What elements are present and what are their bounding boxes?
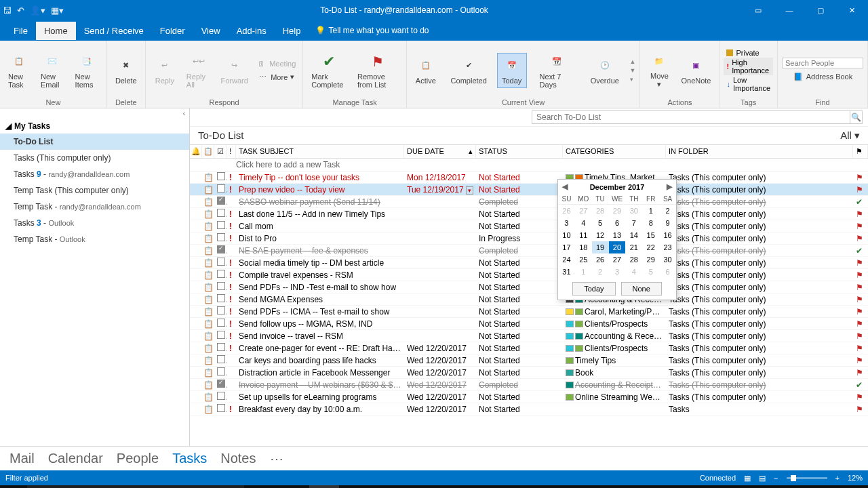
calendar-day[interactable]: 15 <box>642 229 659 241</box>
collapse-nav-icon[interactable]: ‹ <box>0 108 189 119</box>
flag-col-icon[interactable]: ⚑ <box>853 145 868 158</box>
task-flag-icon[interactable]: ⚑ <box>853 356 868 365</box>
nav-item[interactable]: Tasks 3 - Outlook <box>0 215 189 231</box>
nav-item[interactable]: To-Do List <box>0 134 189 150</box>
task-flag-icon[interactable]: ⚑ <box>853 319 868 329</box>
maximize-button[interactable]: ▢ <box>807 1 834 20</box>
calendar-day[interactable]: 9 <box>659 217 676 229</box>
onenote-button[interactable]: ▣OneNote <box>677 55 715 86</box>
task-flag-icon[interactable]: ✔ <box>853 197 868 207</box>
private-button[interactable]: Private <box>724 48 773 58</box>
datepicker-none-button[interactable]: None <box>621 282 662 296</box>
filter-all-button[interactable]: All ▾ <box>840 129 860 142</box>
nav-more-icon[interactable]: ⋯ <box>270 451 283 467</box>
taskbar-app2-icon[interactable]: ❄ <box>590 485 620 488</box>
calendar-day[interactable]: 30 <box>625 205 642 217</box>
task-complete-checkbox[interactable] <box>214 319 226 329</box>
task-complete-checkbox[interactable] <box>214 355 226 365</box>
taskbar-app1-icon[interactable]: ⬢ <box>559 485 589 488</box>
menu-tab-file[interactable]: File <box>5 22 36 40</box>
calendar-day[interactable]: 2 <box>659 205 676 217</box>
view-completed-button[interactable]: ✔Completed <box>448 53 490 88</box>
qat-save-icon[interactable]: 🖫 <box>3 5 12 16</box>
task-complete-checkbox[interactable] <box>214 367 226 378</box>
task-flag-icon[interactable]: ⚑ <box>853 234 868 243</box>
complete-col-icon[interactable]: ☑ <box>214 145 226 158</box>
categories-col[interactable]: CATEGORIES <box>563 145 666 158</box>
more-respond-button[interactable]: ⋯More ▾ <box>253 71 298 83</box>
prev-month-icon[interactable]: ◀ <box>562 182 568 191</box>
calendar-day[interactable]: 18 <box>575 241 592 253</box>
taskbar-chrome-icon[interactable]: ◉ <box>465 485 495 488</box>
nav-item[interactable]: Temp Task - Outlook <box>0 231 189 247</box>
calendar-day[interactable]: 29 <box>642 253 659 266</box>
menu-tab-sendreceive[interactable]: Send / Receive <box>76 22 152 40</box>
menu-tab-folder[interactable]: Folder <box>152 22 193 40</box>
taskbar-excel-icon[interactable]: ▣ <box>434 485 464 488</box>
task-row[interactable]: 📋Invoice payment -- UM webinars ($630 & … <box>190 379 868 391</box>
qat-undo-icon[interactable]: ↶ <box>17 5 24 16</box>
task-complete-checkbox[interactable] <box>214 258 226 268</box>
taskbar-powerpoint-icon[interactable]: ▣ <box>372 485 401 488</box>
nav-item[interactable]: Temp Task - randy@randalldean.com <box>0 199 189 215</box>
taskbar-search[interactable]: ◯Type here to search <box>27 485 244 488</box>
calendar-day[interactable]: 28 <box>592 205 609 217</box>
task-flag-icon[interactable]: ⚑ <box>853 270 868 280</box>
task-due-date[interactable]: Wed 12/20/2017 <box>404 392 476 402</box>
task-row[interactable]: 📋!Social media timely tip -- DM best art… <box>190 257 868 269</box>
task-complete-checkbox[interactable] <box>214 343 226 353</box>
task-due-date[interactable]: Tue 12/19/2017 ▾ <box>404 185 476 195</box>
task-row[interactable]: 📋Car keys and boarding pass life hacksWe… <box>190 354 868 367</box>
subject-col[interactable]: TASK SUBJECT <box>236 145 404 158</box>
my-tasks-header[interactable]: ◢ My Tasks <box>0 119 189 134</box>
task-row[interactable]: 📋!Create one-pager for event -- RE: Draf… <box>190 342 868 354</box>
task-due-date[interactable]: Wed 12/20/2017 <box>404 344 476 353</box>
datepicker-today-button[interactable]: Today <box>572 282 615 296</box>
delete-button[interactable]: ✖Delete <box>111 55 141 86</box>
zoom-out-icon[interactable]: − <box>774 474 778 482</box>
calendar-day[interactable]: 29 <box>609 205 626 217</box>
calendar-day[interactable]: 23 <box>659 241 676 253</box>
calendar-day[interactable]: 1 <box>642 205 659 217</box>
view-today-button[interactable]: 📅Today <box>497 53 527 88</box>
calendar-day[interactable]: 10 <box>558 229 575 241</box>
task-row[interactable]: 📋!Last done 11/5 -- Add in new Timely Ti… <box>190 208 868 220</box>
task-complete-checkbox[interactable] <box>214 380 226 390</box>
calendar-day[interactable]: 26 <box>558 205 575 217</box>
calendar-day[interactable]: 12 <box>592 229 609 241</box>
zoom-slider[interactable] <box>787 477 827 479</box>
task-row[interactable]: 📋!Send MGMA ExpensesNot StartedAccountin… <box>190 293 868 306</box>
taskbar-firefox-icon[interactable]: 🦊 <box>528 485 557 488</box>
task-row[interactable]: 📋!Timely Tip -- don't lose your tasksMon… <box>190 171 868 184</box>
search-icon[interactable]: 🔍 <box>850 110 863 124</box>
calendar-day[interactable]: 11 <box>575 229 592 241</box>
task-flag-icon[interactable]: ⚑ <box>853 209 868 219</box>
task-complete-checkbox[interactable] <box>214 306 226 317</box>
task-due-date[interactable]: Wed 12/20/2017 <box>404 380 476 390</box>
task-flag-icon[interactable]: ⚑ <box>853 344 868 353</box>
calendar-day[interactable]: 6 <box>659 266 676 278</box>
calendar-day[interactable]: 30 <box>659 253 676 266</box>
task-flag-icon[interactable]: ⚑ <box>853 307 868 317</box>
nav-item[interactable]: Tasks (This computer only) <box>0 150 189 166</box>
calendar-day[interactable]: 16 <box>659 229 676 241</box>
task-complete-checkbox[interactable] <box>214 197 226 207</box>
task-row[interactable]: 📋!Send invoice -- travel -- RSMNot Start… <box>190 330 868 342</box>
calendar-day[interactable]: 22 <box>642 241 659 253</box>
task-row[interactable]: 📋!Send follow ups -- MGMA, RSM, INDNot S… <box>190 318 868 330</box>
task-flag-icon[interactable]: ⚑ <box>853 283 868 292</box>
calendar-day[interactable]: 26 <box>592 253 609 266</box>
calendar-day[interactable]: 3 <box>609 266 626 278</box>
task-row[interactable]: 📋!Dist to ProIn ProgressBook, Marketing/… <box>190 232 868 245</box>
task-row[interactable]: 📋!Send PDFs -- IND -Test e-mail to show … <box>190 281 868 293</box>
task-complete-checkbox[interactable] <box>214 392 226 402</box>
task-flag-icon[interactable]: ✔ <box>853 380 868 390</box>
view-normal-icon[interactable]: ▦ <box>744 474 751 483</box>
new-task-field[interactable]: Click here to add a new Task <box>190 159 868 171</box>
taskbar-explorer-icon[interactable]: 📁 <box>340 485 370 488</box>
meeting-button[interactable]: 🗓Meeting <box>253 58 298 70</box>
menu-tab-help[interactable]: Help <box>275 22 309 40</box>
nav-item[interactable]: Tasks 9 - randy@randalldean.com <box>0 166 189 182</box>
task-flag-icon[interactable]: ⚑ <box>853 368 868 378</box>
folder-col[interactable]: IN FOLDER <box>666 145 853 158</box>
